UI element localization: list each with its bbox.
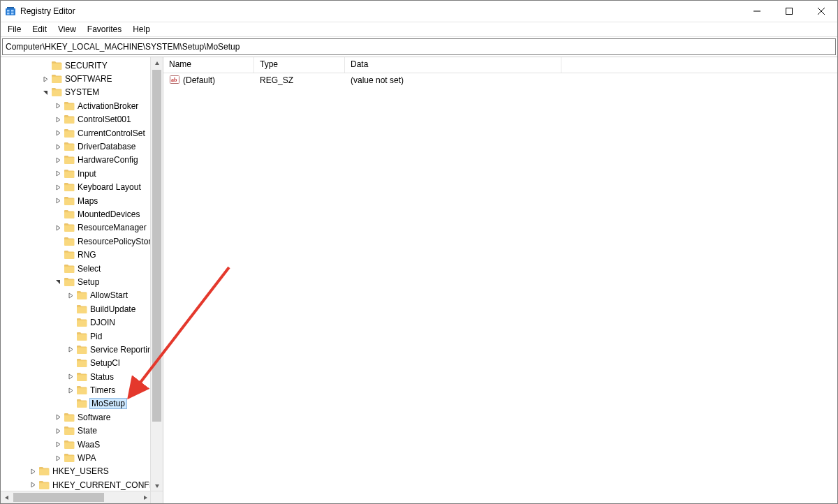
- tree-expand-icon[interactable]: [54, 197, 62, 205]
- tree-expand-icon[interactable]: [54, 427, 62, 435]
- column-header-type[interactable]: Type: [254, 57, 345, 73]
- tree-item[interactable]: ActivationBroker: [1, 99, 163, 112]
- folder-icon: [38, 466, 50, 476]
- registry-tree[interactable]: SECURITYSOFTWARESYSTEMActivationBrokerCo…: [1, 57, 163, 494]
- menu-view[interactable]: View: [52, 23, 82, 36]
- tree-item[interactable]: ResourcePolicyStore: [1, 235, 163, 248]
- tree-item[interactable]: HKEY_USERS: [1, 465, 163, 478]
- value-row[interactable]: ab(Default)REG_SZ(value not set): [163, 73, 837, 87]
- tree-item[interactable]: MoSetup: [1, 397, 163, 410]
- tree-expand-icon[interactable]: [54, 102, 62, 110]
- tree-item[interactable]: HKEY_CURRENT_CONFIG: [1, 478, 163, 491]
- tree-expand-icon[interactable]: [66, 291, 75, 299]
- values-list[interactable]: ab(Default)REG_SZ(value not set): [163, 73, 837, 87]
- tree-item[interactable]: Pid: [1, 329, 163, 343]
- tree-item[interactable]: DriverDatabase: [1, 140, 163, 153]
- column-header-name[interactable]: Name: [163, 57, 254, 73]
- tree-item-label: SOFTWARE: [65, 74, 112, 84]
- tree-expand-icon[interactable]: [54, 115, 62, 124]
- tree-item-label: Select: [78, 264, 101, 274]
- svg-marker-30: [31, 469, 35, 474]
- tree-item-label: MountedDevices: [78, 209, 140, 219]
- close-button[interactable]: [805, 1, 837, 22]
- tree-item[interactable]: Software: [1, 410, 163, 424]
- column-header-data[interactable]: Data: [345, 57, 561, 73]
- tree-item[interactable]: DJOIN: [1, 316, 163, 329]
- tree-expand-icon[interactable]: [54, 170, 62, 178]
- tree-item[interactable]: AllowStart: [1, 289, 163, 302]
- tree-expand-icon[interactable]: [54, 440, 62, 449]
- folder-icon: [64, 453, 75, 463]
- tree-item-label: State: [78, 426, 97, 436]
- scroll-left-arrow-icon[interactable]: [1, 491, 13, 503]
- tree-item-label: HardwareConfig: [78, 155, 138, 165]
- tree-item[interactable]: ResourceManager: [1, 221, 163, 235]
- tree-item-label: Setup: [78, 277, 99, 287]
- tree-item-label: MoSetup: [90, 399, 126, 408]
- tree-item[interactable]: ControlSet001: [1, 113, 163, 126]
- maximize-button[interactable]: [773, 1, 805, 22]
- tree-item[interactable]: Timers: [1, 383, 163, 396]
- tree-item[interactable]: WPA: [1, 451, 163, 464]
- folder-icon: [64, 128, 75, 138]
- tree-expand-icon[interactable]: [54, 129, 62, 138]
- tree-collapse-icon[interactable]: [54, 278, 62, 286]
- tree-expand-icon[interactable]: [29, 481, 37, 489]
- scroll-down-arrow-icon[interactable]: [151, 480, 163, 491]
- tree-item[interactable]: Keyboard Layout: [1, 181, 163, 194]
- tree-horizontal-scrollbar[interactable]: [1, 491, 163, 503]
- tree-expand-icon[interactable]: [54, 454, 62, 462]
- tree-expand-icon[interactable]: [54, 413, 62, 422]
- minimize-button[interactable]: [741, 1, 773, 22]
- tree-item[interactable]: Input: [1, 167, 163, 180]
- tree-expand-icon[interactable]: [66, 386, 75, 394]
- tree-item[interactable]: SYSTEM: [1, 86, 163, 99]
- tree-item-label: ResourceManager: [78, 223, 147, 232]
- tree-item[interactable]: WaaS: [1, 438, 163, 451]
- tree-expand-icon[interactable]: [29, 467, 37, 475]
- menu-edit[interactable]: Edit: [27, 23, 52, 36]
- tree-item[interactable]: Select: [1, 262, 163, 275]
- svg-marker-35: [144, 496, 147, 500]
- tree-item-label: DriverDatabase: [78, 142, 135, 151]
- menu-file[interactable]: File: [2, 23, 27, 36]
- tree-expand-icon[interactable]: [54, 156, 62, 164]
- tree-item[interactable]: SOFTWARE: [1, 72, 163, 85]
- tree-item[interactable]: Status: [1, 370, 163, 383]
- menu-favorites[interactable]: Favorites: [82, 23, 127, 36]
- window-controls: [741, 1, 837, 22]
- hscroll-thumb[interactable]: [13, 493, 104, 502]
- tree-item[interactable]: SetupCl: [1, 357, 163, 370]
- tree-expand-icon[interactable]: [66, 346, 75, 354]
- tree-vertical-scrollbar[interactable]: [150, 57, 163, 491]
- tree-item[interactable]: BuildUpdate: [1, 302, 163, 316]
- tree-item[interactable]: CurrentControlSet: [1, 126, 163, 140]
- svg-marker-17: [57, 171, 60, 176]
- address-bar[interactable]: Computer\HKEY_LOCAL_MACHINE\SYSTEM\Setup…: [2, 38, 836, 55]
- tree-item[interactable]: State: [1, 424, 163, 438]
- tree-expand-icon[interactable]: [41, 75, 50, 83]
- scroll-right-arrow-icon[interactable]: [139, 491, 151, 503]
- svg-marker-18: [57, 185, 60, 190]
- tree-item[interactable]: RNG: [1, 248, 163, 261]
- tree-item[interactable]: Service Reporting: [1, 343, 163, 356]
- tree-expand-icon[interactable]: [54, 183, 62, 191]
- tree-item[interactable]: MountedDevices: [1, 207, 163, 221]
- tree-collapse-icon[interactable]: [41, 88, 50, 96]
- scroll-thumb[interactable]: [152, 70, 161, 422]
- tree-item[interactable]: HardwareConfig: [1, 154, 163, 167]
- tree-item[interactable]: Maps: [1, 194, 163, 207]
- tree-expand-icon[interactable]: [54, 142, 62, 151]
- scroll-up-arrow-icon[interactable]: [151, 57, 163, 69]
- folder-icon: [76, 318, 87, 327]
- tree-no-expander: [66, 359, 75, 367]
- folder-icon: [64, 209, 75, 219]
- tree-expand-icon[interactable]: [66, 373, 75, 381]
- menu-help[interactable]: Help: [127, 23, 156, 36]
- values-panel: Name Type Data ab(Default)REG_SZ(value n…: [163, 57, 837, 503]
- tree-expand-icon[interactable]: [54, 223, 62, 232]
- tree-item[interactable]: Setup: [1, 275, 163, 288]
- tree-item[interactable]: SECURITY: [1, 59, 163, 72]
- tree-item-label: BuildUpdate: [90, 304, 135, 314]
- folder-icon: [64, 426, 75, 436]
